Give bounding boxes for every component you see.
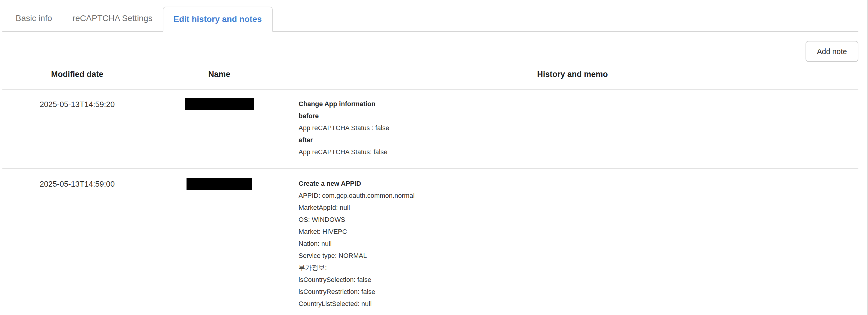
history-and-memo-cell: Create a new APPIDAPPID: com.gcp.oauth.c… [286,169,858,315]
table-body: 2025-05-13T14:59:20Change App informatio… [2,90,858,315]
tab-bar: Basic info reCAPTCHA Settings Edit histo… [2,0,858,32]
history-line: App reCAPTCHA Status: false [299,146,852,158]
name-cell [152,90,286,168]
column-header-name: Name [152,32,286,89]
column-header-history-and-memo: History and memo [286,32,858,89]
history-line: Market: HIVEPC [299,226,852,238]
history-heading: before [299,110,852,122]
app-settings-page: Basic info reCAPTCHA Settings Edit histo… [0,0,868,315]
name-cell [152,169,286,315]
redacted-name-box [185,98,254,110]
add-note-button[interactable]: Add note [806,41,858,62]
history-heading: Change App information [299,98,852,110]
panel-right-border [867,0,868,315]
history-line: OS: WINDOWS [299,214,852,226]
modified-date-cell: 2025-05-13T14:59:20 [2,90,152,168]
tab-basic-info[interactable]: Basic info [5,0,62,31]
history-line: 부가정보: [299,262,852,274]
tab-recaptcha-settings[interactable]: reCAPTCHA Settings [62,0,162,31]
history-line: APPID: com.gcp.oauth.common.normal [299,190,852,202]
tab-edit-history-and-notes[interactable]: Edit history and notes [163,7,273,32]
history-line: isCountrySelection: false [299,274,852,286]
history-line: App reCAPTCHA Status : false [299,122,852,134]
history-line: isCountryRestriction: false [299,286,852,298]
history-line: MarketAppId: null [299,202,852,214]
edit-history-table: Modified date Name History and memo 2025… [2,32,858,315]
table-header-row: Modified date Name History and memo [2,32,858,90]
history-line: CountryListSelected: null [299,298,852,310]
column-header-modified-date: Modified date [2,32,152,89]
history-and-memo-cell: Change App informationbeforeApp reCAPTCH… [286,90,858,168]
redacted-name-box [187,178,252,190]
history-heading: Create a new APPID [299,178,852,190]
table-row: 2025-05-13T14:59:00Create a new APPIDAPP… [2,169,858,315]
history-line: Nation: null [299,238,852,250]
history-line: Service type: NORMAL [299,250,852,262]
table-row: 2025-05-13T14:59:20Change App informatio… [2,90,858,169]
history-heading: after [299,134,852,146]
modified-date-cell: 2025-05-13T14:59:00 [2,169,152,315]
